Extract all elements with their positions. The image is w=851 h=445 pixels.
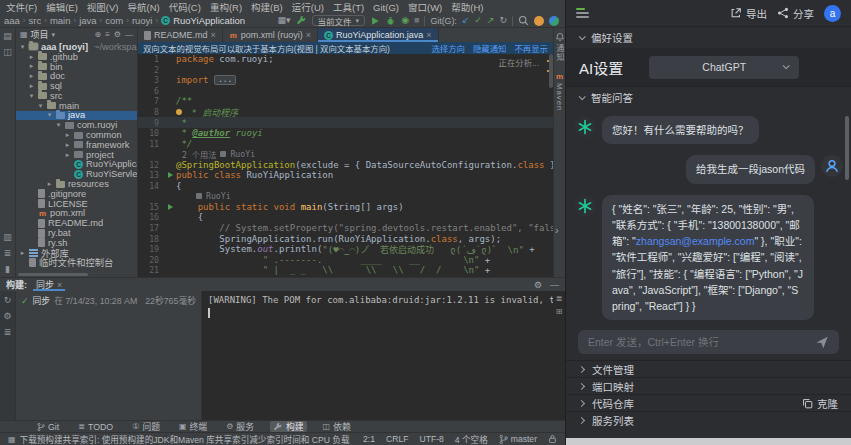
soft-wrap-icon[interactable]: ≣ <box>556 294 563 303</box>
tree-twisty-icon[interactable]: ▸ <box>46 180 53 188</box>
git-push-icon[interactable]: ↗ <box>487 16 495 25</box>
editor-tab[interactable]: mpom.xml (ruoyi)× <box>223 28 318 42</box>
tree-item[interactable]: ry.sh <box>16 238 137 248</box>
banner-link[interactable]: 隐藏通知 <box>473 42 507 54</box>
hide-panel-icon[interactable]: — <box>125 30 133 39</box>
menu-item[interactable]: 导航(N) <box>127 0 159 14</box>
gear-icon[interactable]: ⚙ <box>534 280 542 290</box>
menu-item[interactable]: 工具(T) <box>333 0 364 14</box>
share-button[interactable]: 分享 <box>777 6 814 21</box>
menu-item[interactable]: 构建(B) <box>251 0 283 14</box>
tree-item[interactable]: ▸framework <box>16 140 137 150</box>
toolwindow-problems[interactable]: ①问题 <box>129 421 163 432</box>
tree-item[interactable]: ▸resources <box>16 179 137 189</box>
section-qa[interactable]: 智能问答 <box>566 86 851 108</box>
close-icon[interactable]: × <box>306 30 311 40</box>
toolwindow-build[interactable]: 构建 <box>270 421 307 432</box>
close-icon[interactable]: × <box>57 280 62 290</box>
layout-icon[interactable]: ▦▾ <box>278 16 291 25</box>
tree-item[interactable]: ▸project <box>16 150 137 160</box>
banner-link[interactable]: 选择方向 <box>432 42 466 54</box>
tree-twisty-icon[interactable]: ▸ <box>28 62 35 70</box>
code-area[interactable]: 正在分析... 1package com.ruoyi;23import ...6… <box>138 54 553 277</box>
tree-item[interactable]: ▾java <box>16 111 137 121</box>
tree-item[interactable]: mpom.xml <box>16 209 137 219</box>
section-row[interactable]: 服务列表 <box>566 411 851 428</box>
bookmarks-stripe-icon[interactable]: ▮ <box>5 264 10 274</box>
tree-item[interactable]: ry.bat <box>16 228 137 238</box>
tree-item[interactable]: 临时文件和控制台 <box>16 258 137 268</box>
indent-setting[interactable]: 4 个空格 <box>455 433 488 445</box>
run-button[interactable] <box>370 16 380 26</box>
notifications-stripe-label[interactable]: 通知 <box>554 44 565 62</box>
user-avatar[interactable]: a <box>824 5 841 22</box>
menu-item[interactable]: 编辑(E) <box>46 0 78 14</box>
lock-icon[interactable] <box>548 434 557 444</box>
gear-icon[interactable]: ⚙ <box>3 311 11 321</box>
wrench-icon[interactable] <box>296 15 307 26</box>
section-preferences[interactable]: 偏好设置 <box>566 26 851 48</box>
breadcrumb-item[interactable]: aaa <box>4 15 20 26</box>
close-icon[interactable]: × <box>211 30 216 40</box>
file-encoding[interactable]: UTF-8 <box>419 434 443 444</box>
run-gutter-icon[interactable] <box>168 204 173 210</box>
toolwindow-git-branch[interactable]: Git <box>34 421 62 432</box>
breadcrumb-item[interactable]: java <box>79 15 96 26</box>
tree-item[interactable]: ▾main <box>16 101 137 111</box>
tree-twisty-icon[interactable]: ▸ <box>64 131 71 139</box>
minimize-icon[interactable]: — <box>550 280 559 290</box>
stop-button[interactable]: ■ <box>414 16 419 25</box>
toolwindow-todo[interactable]: ≣TODO <box>75 421 116 432</box>
toolwindow-dependencies[interactable]: ◫依赖 <box>320 421 354 432</box>
git-update-icon[interactable]: ↙ <box>462 16 470 25</box>
tree-twisty-icon[interactable]: ▾ <box>37 102 44 110</box>
inlay-hint[interactable]: RuoYi <box>138 191 553 202</box>
menu-item[interactable]: 视图(V) <box>87 0 119 14</box>
tree-twisty-icon[interactable]: ▸ <box>28 72 35 80</box>
tree-twisty-icon[interactable]: ▸ <box>64 141 71 149</box>
editor-tab[interactable]: CRuoYiApplication.java× <box>318 28 438 42</box>
section-row[interactable]: 端口映射 <box>566 377 851 394</box>
breadcrumb-item[interactable]: com <box>105 15 123 26</box>
maven-stripe-label[interactable]: Maven <box>555 83 564 111</box>
menu-item[interactable]: 文件(F) <box>6 0 37 14</box>
clone-button[interactable]: 克隆 <box>802 396 838 411</box>
tree-twisty-icon[interactable]: ▸ <box>64 151 71 159</box>
close-icon[interactable]: × <box>426 30 431 40</box>
project-panel-title[interactable]: 项目 <box>31 28 49 41</box>
menu-item[interactable]: 运行(U) <box>292 0 324 14</box>
tree-item[interactable]: ▸bin <box>16 62 137 72</box>
tree-twisty-icon[interactable]: ▾ <box>46 111 53 119</box>
build-tab-sync[interactable]: 同步 × <box>33 278 65 291</box>
collapse-chevron-icon[interactable]: › <box>555 224 559 236</box>
tree-twisty-icon[interactable]: ▾ <box>55 121 62 129</box>
tree-item[interactable]: CRuoYiApplication <box>16 160 137 170</box>
tree-twisty-icon[interactable]: ▸ <box>28 82 35 90</box>
tree-item[interactable]: ▸sql <box>16 81 137 91</box>
menu-item[interactable]: 帮助(H) <box>451 0 483 14</box>
inlay-hint[interactable]: 2 个用法RuoYi <box>138 149 553 160</box>
tree-item[interactable]: .gitignore <box>16 189 137 199</box>
tree-twisty-icon[interactable]: ▾ <box>28 92 35 100</box>
bell-icon[interactable] <box>555 32 565 42</box>
editor-tab[interactable]: README.md× <box>138 28 223 42</box>
git-branch-widget[interactable]: master <box>499 434 537 445</box>
tree-item[interactable]: ▸.github <box>16 52 137 62</box>
tree-item[interactable]: README.md <box>16 218 137 228</box>
export-button[interactable]: 导出 <box>730 6 767 21</box>
toolwindow-services[interactable]: ⚙服务 <box>223 421 257 432</box>
git-commit-icon[interactable]: ✓ <box>474 16 482 25</box>
collapse-all-icon[interactable]: ≡ <box>105 30 110 39</box>
account-icon-blue[interactable] <box>549 16 559 26</box>
breadcrumb-item[interactable]: ruoyi <box>132 15 153 26</box>
email-link[interactable]: zhangsan@example.com <box>636 235 755 247</box>
status-message[interactable]: 下载预构建共享索引: 使用预构建的JDK和Maven 库共享索引减少索引时间和 … <box>20 433 352 445</box>
tree-item[interactable]: ▸doc <box>16 71 137 81</box>
tree-twisty-icon[interactable]: ▸ <box>28 53 35 61</box>
tree-twisty-icon[interactable]: ▾ <box>19 43 26 51</box>
locate-icon[interactable]: ⊕ <box>94 30 101 39</box>
menu-item[interactable]: 窗口(W) <box>408 0 442 14</box>
project-panel-scrollbar[interactable] <box>18 273 88 276</box>
breadcrumb-item[interactable]: CRuoYiApplication <box>161 15 245 26</box>
build-console[interactable]: [WARNING] The POM for com.alibaba:druid:… <box>202 291 553 420</box>
